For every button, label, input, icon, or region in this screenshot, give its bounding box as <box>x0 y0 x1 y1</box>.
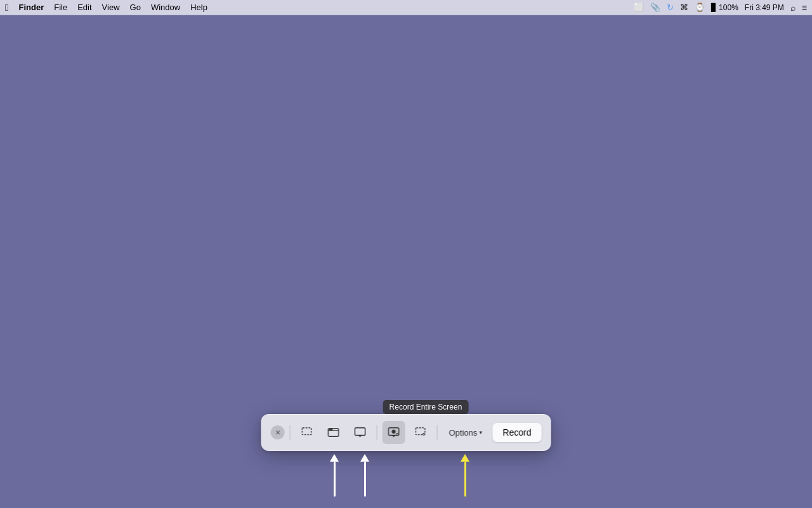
screenshot-window-button[interactable] <box>322 421 345 444</box>
clock: Fri 3:49 PM <box>745 3 784 12</box>
svg-point-14 <box>396 434 398 435</box>
divider-1 <box>290 425 291 440</box>
svg-rect-0 <box>302 428 311 435</box>
menu-finder[interactable]: Finder <box>18 3 44 12</box>
close-icon: ✕ <box>275 429 280 436</box>
arrows-container <box>343 454 469 497</box>
menu-view[interactable]: View <box>102 3 120 12</box>
sync-icon[interactable]: ↻ <box>667 3 674 12</box>
control-center-icon[interactable]: ≡ <box>802 3 807 13</box>
tooltip: Record Entire Screen <box>383 400 469 414</box>
svg-point-4 <box>331 429 332 430</box>
arrowhead-center <box>360 454 369 462</box>
link-icon[interactable]: ⌚ <box>695 3 705 12</box>
screen-icon[interactable]: ⬜ <box>634 3 644 12</box>
screenshot-screen-button[interactable] <box>349 421 372 444</box>
search-icon[interactable]: ⌕ <box>790 3 796 13</box>
record-selection-button[interactable] <box>409 421 432 444</box>
divider-2 <box>377 425 377 440</box>
desktop: Record Entire Screen ✕ <box>0 15 812 508</box>
selection-screenshot-icon <box>301 426 313 439</box>
record-label: Record <box>502 427 531 438</box>
menu-go[interactable]: Go <box>130 3 141 12</box>
menu-help[interactable]: Help <box>190 3 207 12</box>
divider-3 <box>437 425 438 440</box>
record-button[interactable]: Record <box>492 423 541 442</box>
arrowshaft-center <box>364 462 366 497</box>
screenshot-toolbar: ✕ <box>261 414 551 451</box>
menubar:  Finder File Edit View Go Window Help ⬜… <box>0 0 812 15</box>
options-label: Options <box>449 428 478 438</box>
apple-menu[interactable]:  <box>5 2 8 13</box>
arrow-center <box>360 454 369 497</box>
options-button[interactable]: Options ▾ <box>443 424 489 441</box>
arrow-right <box>461 454 469 497</box>
menu-window[interactable]: Window <box>151 3 180 12</box>
svg-rect-5 <box>355 428 365 436</box>
arrowhead-right <box>461 454 469 462</box>
arrowshaft-left <box>334 462 336 497</box>
menu-edit[interactable]: Edit <box>77 3 91 12</box>
chevron-down-icon: ▾ <box>479 429 482 436</box>
arrow-left <box>330 454 339 497</box>
svg-point-17 <box>423 434 424 435</box>
record-screen-button[interactable] <box>383 421 405 444</box>
close-button[interactable]: ✕ <box>271 425 285 439</box>
screenshot-selection-button[interactable] <box>296 421 318 444</box>
record-selection-icon <box>414 426 427 439</box>
arrowhead-left <box>330 454 339 462</box>
screen-screenshot-icon <box>354 426 367 439</box>
battery-icon[interactable]: ▊ 100% <box>711 3 738 12</box>
bluetooth-icon[interactable]: ⌘ <box>680 3 688 12</box>
record-screen-icon <box>388 426 400 439</box>
arrowshaft-right <box>464 462 466 497</box>
paperclip-icon[interactable]: 📎 <box>650 3 660 12</box>
window-screenshot-icon <box>327 426 340 439</box>
svg-point-3 <box>329 429 330 430</box>
menu-file[interactable]: File <box>54 3 67 12</box>
